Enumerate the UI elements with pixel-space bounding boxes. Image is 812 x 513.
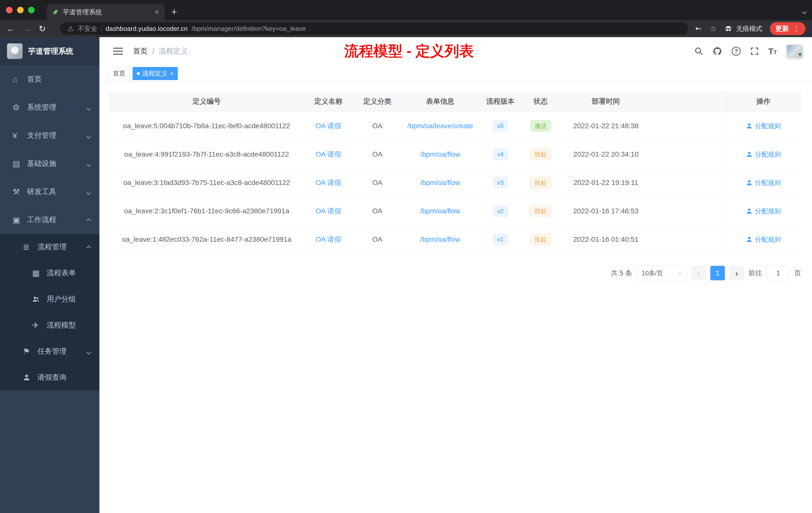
goto-page-input[interactable] [766, 266, 790, 280]
action-label: 分配规则 [755, 150, 781, 159]
definition-id: oa_leave:4:991f2193-7b7f-11ec-a3c8-acde4… [109, 140, 304, 169]
assign-rule-link[interactable]: 分配规则 [746, 207, 781, 216]
sidebar: 芋道管理系统 ⌂ 首页 ⚙ 系统管理 ¥ 支付管理 ▤ 基础设施 [0, 37, 99, 513]
sidebar-item-process-form[interactable]: ▦ 流程表单 [0, 260, 99, 286]
sidebar-item-label: 流程表单 [47, 268, 76, 278]
table-row: oa_leave:1:482ec033-762a-11ec-8477-a2380… [109, 225, 801, 254]
form-link[interactable]: /bpm/oa/flow [420, 235, 460, 243]
definition-category: OA [352, 140, 403, 169]
forward-button[interactable]: → [23, 24, 31, 34]
action-label: 分配规则 [755, 122, 781, 130]
breadcrumb-home[interactable]: 首页 [133, 46, 148, 56]
sidebar-item-task-management[interactable]: ⚑ 任务管理 [0, 338, 99, 364]
form-link[interactable]: /bpm/oa/flow [420, 207, 460, 215]
incognito-label: 无痕模式 [736, 24, 762, 33]
search-icon[interactable] [695, 47, 703, 56]
avatar-caret-icon[interactable] [798, 54, 802, 56]
tag-close-icon[interactable]: × [170, 70, 174, 77]
list-icon: ≣ [23, 242, 34, 252]
sidebar-item-workflow[interactable]: ▣ 工作流程 [0, 206, 99, 234]
update-label: 更新 [775, 24, 789, 33]
assign-rule-link[interactable]: 分配规则 [746, 122, 781, 130]
status-badge: 挂起 [530, 205, 551, 217]
sidebar-item-process-model[interactable]: ✈ 流程模型 [0, 312, 99, 338]
sidebar-item-user-group[interactable]: 用户分组 [0, 286, 99, 312]
browser-tab[interactable]: 芋道管理系统 × [47, 4, 165, 20]
page-number-button[interactable]: 1 [710, 266, 725, 280]
sidebar-item-devtools[interactable]: ⚒ 研发工具 [0, 178, 99, 206]
tag-home[interactable]: 首页 [109, 67, 129, 80]
browser-menu-icon[interactable]: ⋮ [793, 25, 800, 33]
sidebar-logo[interactable]: 芋道管理系统 [0, 37, 99, 65]
definition-name-link[interactable]: OA 请假 [304, 112, 352, 140]
chevron-down-icon [87, 131, 90, 140]
close-window-button[interactable] [6, 7, 12, 13]
sidebar-item-home[interactable]: ⌂ 首页 [0, 65, 99, 93]
sidebar-item-infrastructure[interactable]: ▤ 基础设施 [0, 150, 99, 178]
tab-close-icon[interactable]: × [154, 8, 159, 16]
address-bar[interactable]: ⚠ 不安全 dashboard.yudao.iocoder.cn/bpm/man… [60, 22, 689, 35]
column-spacer [654, 140, 726, 169]
reload-button[interactable]: ↻ [39, 24, 46, 34]
deploy-time: 2022-01-16 17:46:53 [558, 197, 654, 225]
security-label: 不安全 [78, 24, 97, 33]
deploy-time: 2022-01-22 21:48:38 [558, 112, 654, 140]
toolbar-right: ☆ 无痕模式 更新 ⋮ [695, 22, 806, 35]
sidebar-item-label: 流程管理 [37, 242, 66, 252]
github-icon[interactable] [713, 47, 722, 56]
action-label: 分配规则 [755, 235, 781, 244]
zoom-window-button[interactable] [28, 7, 35, 13]
assign-rule-link[interactable]: 分配规则 [746, 178, 781, 187]
form-link[interactable]: /bpm/oa/leave/create [407, 122, 473, 130]
definition-name-link[interactable]: OA 请假 [304, 169, 352, 197]
sidebar-item-process-management[interactable]: ≣ 流程管理 [0, 234, 99, 260]
incognito-badge: 无痕模式 [724, 24, 762, 33]
form-link[interactable]: /bpm/oa/flow [420, 179, 460, 187]
chevron-down-icon [87, 103, 90, 112]
sidebar-item-label: 请假查询 [37, 372, 66, 383]
column-header: 定义分类 [352, 91, 403, 112]
tag-process-definition[interactable]: 流程定义 × [133, 67, 178, 80]
chevron-up-icon [87, 216, 90, 224]
font-size-icon[interactable]: TT [768, 47, 777, 56]
back-button[interactable]: ← [6, 24, 15, 34]
sidebar-item-label: 系统管理 [27, 102, 56, 113]
column-spacer [654, 169, 726, 197]
assign-rule-link[interactable]: 分配规则 [746, 235, 781, 244]
deploy-time: 2022-01-22 20:34:10 [558, 140, 654, 169]
definition-name-link[interactable]: OA 请假 [304, 225, 352, 253]
active-dot-icon [137, 72, 140, 75]
page-size-select[interactable]: 10条/页 [637, 266, 687, 280]
version-badge: v2 [493, 205, 508, 217]
prev-page-button[interactable]: ‹ [691, 266, 706, 280]
bookmark-star-icon[interactable]: ☆ [710, 24, 717, 33]
form-link[interactable]: /bpm/oa/flow [420, 150, 460, 158]
window-controls [6, 0, 35, 20]
definition-name-link[interactable]: OA 请假 [304, 140, 352, 169]
definition-name-link[interactable]: OA 请假 [304, 197, 352, 225]
new-tab-button[interactable]: + [171, 6, 177, 18]
assign-rule-link[interactable]: 分配规则 [746, 150, 781, 159]
fullscreen-icon[interactable] [750, 47, 759, 56]
password-key-icon[interactable] [695, 25, 702, 32]
help-icon[interactable]: ? [732, 47, 741, 56]
sidebar-item-leave-query[interactable]: 请假查询 [0, 364, 99, 391]
page-header: 首页 / 流程定义 流程模型 - 定义列表 ? TT [99, 37, 812, 65]
chrome-update-button[interactable]: 更新 ⋮ [770, 22, 806, 35]
deploy-time: 2022-01-22 19:19:11 [558, 169, 654, 197]
action-label: 分配规则 [755, 178, 781, 187]
tab-search-chevron-icon[interactable] [803, 10, 806, 14]
status-badge: 挂起 [530, 234, 551, 245]
table-row: oa_leave:5:004b710b-7b8a-11ec-8ef0-acde4… [109, 112, 801, 140]
next-page-button[interactable]: › [729, 266, 744, 280]
page-annotation: 流程模型 - 定义列表 [344, 41, 474, 61]
column-header: 操作 [726, 91, 801, 112]
chevron-down-icon [87, 160, 90, 168]
pagination: 共 5 条 10条/页 ‹ 1 › 前往 页 [109, 266, 801, 280]
sidebar-item-label: 研发工具 [27, 187, 56, 197]
sidebar-toggle-icon[interactable] [113, 48, 123, 55]
sidebar-item-payment[interactable]: ¥ 支付管理 [0, 121, 99, 150]
sidebar-item-system[interactable]: ⚙ 系统管理 [0, 93, 99, 121]
minimize-window-button[interactable] [17, 7, 24, 13]
yen-icon: ¥ [12, 131, 24, 140]
